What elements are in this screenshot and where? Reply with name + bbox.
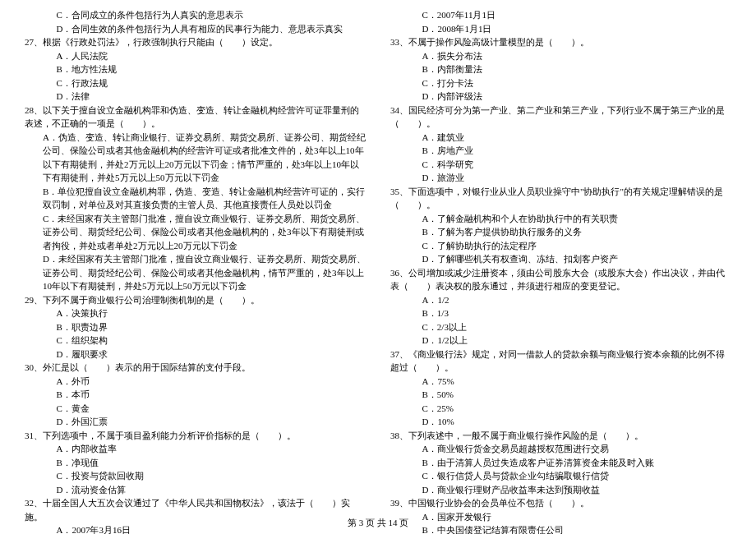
text-line: A．人民法院 — [25, 49, 366, 63]
text-line: D．10% — [390, 415, 731, 429]
text-line: C．25% — [390, 402, 731, 416]
text-line: B．由于清算人员过失造成客户证券清算资金未能及时入账 — [390, 456, 731, 470]
text-line: A．75% — [390, 375, 731, 389]
text-line: B．地方性法规 — [25, 62, 366, 76]
text-line: A．2007年3月16日 — [25, 523, 366, 534]
text-line: A．了解金融机构和个人在协助执行中的有关职责 — [390, 212, 731, 226]
text-line: D．商业银行理财产品收益率未达到预期收益 — [390, 483, 731, 497]
text-line: D．旅游业 — [390, 171, 731, 185]
text-line: 33、不属于操作风险高级计量模型的是（ ）。 — [390, 35, 731, 49]
text-line: B．净现值 — [25, 456, 366, 470]
text-line: A．商业银行货金交易员超越授权范围进行交易 — [390, 442, 731, 456]
text-line: A．伪造、变造、转让商业银行、证券交易所、期货交易所、证券公司、期货经纪公司、保… — [25, 131, 366, 185]
text-line: B．中央国债登记结算有限责任公司 — [390, 523, 731, 534]
text-line: B．单位犯擅自设立金融机构罪，伪造、变造、转让金融机构经营许可证的，实行双罚制，… — [25, 185, 366, 212]
text-line: D．履职要求 — [25, 348, 366, 361]
text-line: B．1/3 — [390, 306, 731, 320]
text-line: B．内部衡量法 — [390, 62, 731, 76]
text-line: D．合同生效的条件包括行为人具有相应的民事行为能力、意思表示真实 — [25, 22, 366, 36]
text-line: C．银行信贷人员与贷款企业勾结骗取银行信贷 — [390, 469, 731, 483]
text-line: 37、《商业银行法》规定，对同一借款人的贷款余额与商业银行资本余额的比例不得超过… — [390, 348, 731, 375]
left-column: C．合同成立的条件包括行为人真实的意思表示D．合同生效的条件包括行为人具有相应的… — [25, 8, 366, 509]
text-line: C．了解协助执行的法定程序 — [390, 239, 731, 253]
text-line: 38、下列表述中，一般不属于商业银行操作风险的是（ ）。 — [390, 429, 731, 443]
text-line: 27、根据《行政处罚法》，行政强制执行只能由（ ）设定。 — [25, 35, 366, 49]
text-line: C．组织架构 — [25, 334, 366, 348]
text-line: C．科学研究 — [390, 158, 731, 172]
text-line: A．国家开发银行 — [390, 510, 731, 524]
text-line: B．了解为客户提供协助执行服务的义务 — [390, 225, 731, 239]
text-line: A．决策执行 — [25, 306, 366, 320]
text-line: 28、以下关于擅自设立金融机构罪和伪造、变造、转让金融机构经营许可证罪量刑的表述… — [25, 104, 366, 131]
text-line: A．内部收益率 — [25, 442, 366, 456]
text-line: C．打分卡法 — [390, 76, 731, 90]
text-line: A．外币 — [25, 375, 366, 389]
text-line: D．流动资金估算 — [25, 483, 366, 497]
text-line: C．行政法规 — [25, 76, 366, 90]
text-line: B．房地产业 — [390, 144, 731, 158]
text-line: D．内部评级法 — [390, 90, 731, 104]
text-line: C．黄金 — [25, 402, 366, 416]
text-line: A．1/2 — [390, 293, 731, 307]
text-line: 35、下面选项中，对银行业从业人员职业操守中"协助执行"的有关规定理解错误的是（… — [390, 185, 731, 212]
text-line: 34、国民经济可分为第一产业、第二产业和第三产业，下列行业不属于第三产业的是（ … — [390, 104, 731, 131]
right-column: C．2007年11月1日D．2008年1月1日33、不属于操作风险高级计量模型的… — [390, 8, 731, 509]
text-line: 30、外汇是以（ ）表示的用于国际结算的支付手段。 — [25, 361, 366, 375]
text-line: D．2008年1月1日 — [390, 22, 731, 36]
text-line: D．1/2以上 — [390, 334, 731, 348]
text-line: B．50% — [390, 388, 731, 402]
text-line: 31、下列选项中，不属于项目盈利能力分析评价指标的是（ ）。 — [25, 429, 366, 443]
text-line: 32、十届全国人大五次会议通过了《中华人民共和国物权法》，该法于（ ）实施。 — [25, 496, 366, 523]
text-line: C．2007年11月1日 — [390, 8, 731, 22]
text-line: B．职责边界 — [25, 320, 366, 334]
text-line: C．合同成立的条件包括行为人真实的意思表示 — [25, 8, 366, 22]
text-line: 36、公司增加或减少注册资本，须由公司股东大会（或股东大会）作出决议，并由代表（… — [390, 266, 731, 293]
text-line: A．损失分布法 — [390, 49, 731, 63]
text-line: D．法律 — [25, 90, 366, 104]
text-line: 29、下列不属于商业银行公司治理制衡机制的是（ ）。 — [25, 293, 366, 307]
text-line: A．建筑业 — [390, 131, 731, 145]
page-content: C．合同成立的条件包括行为人真实的意思表示D．合同生效的条件包括行为人具有相应的… — [0, 0, 756, 509]
text-line: D．外国汇票 — [25, 415, 366, 429]
text-line: C．投资与贷款回收期 — [25, 469, 366, 483]
text-line: B．本币 — [25, 388, 366, 402]
text-line: C．2/3以上 — [390, 320, 731, 334]
text-line: 39、中国银行业协会的会员单位不包括（ ）。 — [390, 496, 731, 510]
text-line: D．了解哪些机关有权查询、冻结、扣划客户资产 — [390, 252, 731, 266]
text-line: D．未经国家有关主管部门批准，擅自设立商业银行、证券交易所、期货交易所、证券公司… — [25, 252, 366, 293]
text-line: C．未经国家有关主管部门批准，擅自设立商业银行、证券交易所、期货交易所、证券公司… — [25, 212, 366, 253]
